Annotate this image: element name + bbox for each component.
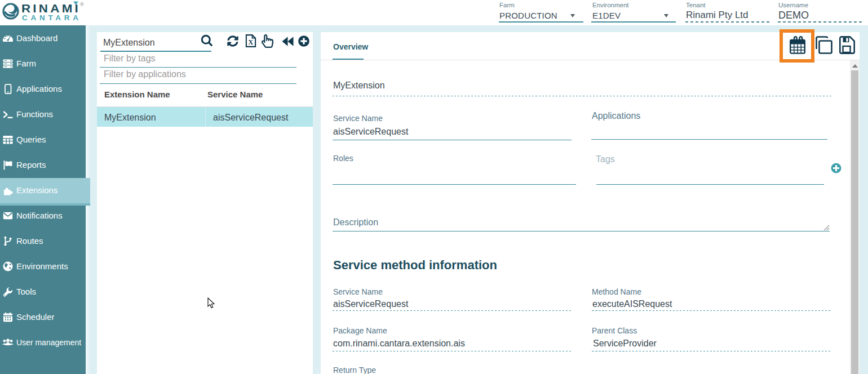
svg-text:®: ®	[80, 2, 84, 7]
svg-text:X: X	[249, 38, 254, 46]
